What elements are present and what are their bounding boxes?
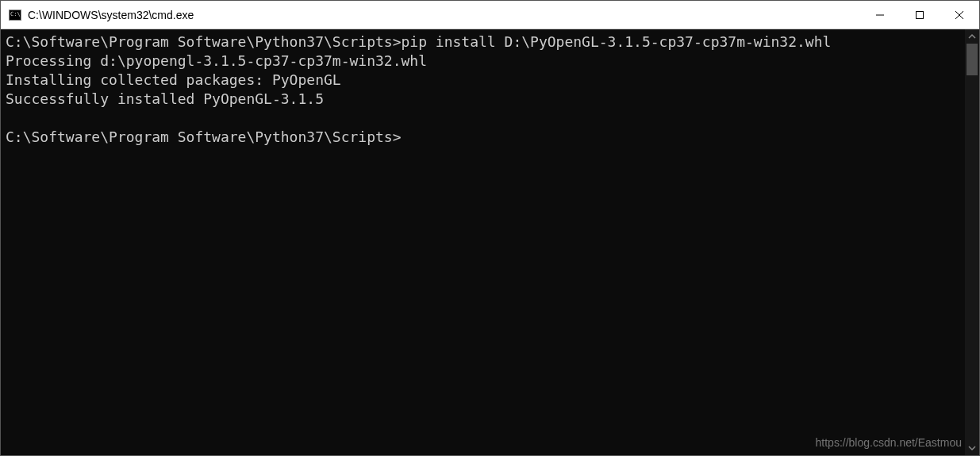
close-button[interactable] xyxy=(940,1,979,29)
maximize-icon xyxy=(915,10,924,20)
cmd-window: C:\WINDOWS\system32\cmd.exe C:\Software\… xyxy=(0,0,980,456)
svg-rect-1 xyxy=(917,11,924,18)
window-controls xyxy=(860,1,979,29)
close-icon xyxy=(955,10,964,20)
titlebar[interactable]: C:\WINDOWS\system32\cmd.exe xyxy=(1,1,979,29)
scroll-down-icon[interactable] xyxy=(965,441,979,455)
window-title: C:\WINDOWS\system32\cmd.exe xyxy=(28,9,860,21)
vertical-scrollbar[interactable] xyxy=(965,29,979,455)
minimize-button[interactable] xyxy=(860,1,900,29)
minimize-icon xyxy=(875,10,885,20)
cmd-icon xyxy=(9,10,21,21)
scroll-thumb[interactable] xyxy=(967,44,978,75)
maximize-button[interactable] xyxy=(900,1,940,29)
watermark-text: https://blog.csdn.net/Eastmou xyxy=(816,436,962,449)
scroll-up-icon[interactable] xyxy=(965,29,979,44)
console-output[interactable]: C:\Software\Program Software\Python37\Sc… xyxy=(1,29,965,455)
console-area: C:\Software\Program Software\Python37\Sc… xyxy=(1,29,979,455)
